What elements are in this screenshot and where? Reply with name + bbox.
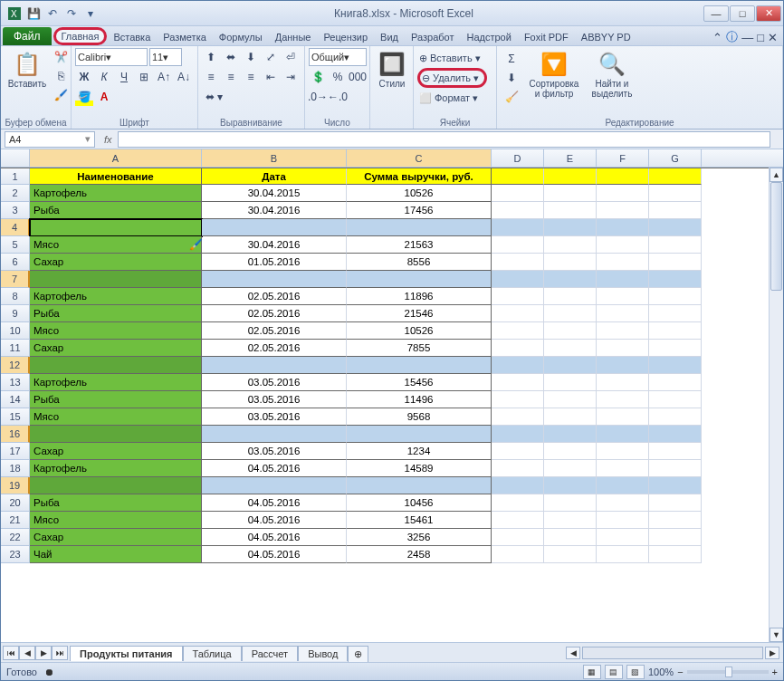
cell[interactable] — [649, 288, 702, 305]
cell[interactable] — [597, 254, 649, 271]
cell[interactable]: 04.05.2016 — [202, 546, 347, 563]
cell[interactable] — [347, 271, 492, 288]
file-tab[interactable]: Файл — [3, 27, 52, 45]
cell[interactable] — [649, 529, 702, 546]
hscroll-track[interactable] — [582, 647, 763, 659]
zoom-slider[interactable] — [687, 670, 769, 674]
font-size-select[interactable]: 11 ▾ — [149, 48, 182, 66]
currency-icon[interactable]: 💲 — [309, 68, 327, 86]
cell[interactable] — [597, 185, 649, 202]
row-header[interactable]: 5 — [1, 236, 30, 254]
cell[interactable]: 02.05.2016 — [202, 288, 347, 305]
cell[interactable] — [649, 391, 702, 408]
cell[interactable]: 03.05.2016 — [202, 391, 347, 408]
align-top-icon[interactable]: ⬆ — [202, 48, 220, 66]
cell[interactable]: 15461 — [347, 512, 492, 529]
cell[interactable]: 30.04.2016 — [202, 202, 347, 219]
cell[interactable] — [492, 460, 544, 477]
cell[interactable] — [597, 494, 649, 512]
cell[interactable]: 3256 — [347, 529, 492, 546]
tab-рецензир[interactable]: Рецензир — [317, 28, 374, 45]
cell[interactable]: 7855 — [347, 340, 492, 357]
row-header[interactable]: 6 — [1, 254, 30, 271]
cell[interactable] — [649, 546, 702, 563]
cell[interactable] — [597, 460, 649, 477]
decrease-decimal-icon[interactable]: ←.0 — [329, 88, 347, 106]
cell[interactable]: 03.05.2016 — [202, 443, 347, 460]
cell[interactable] — [649, 322, 702, 340]
column-header-D[interactable]: D — [492, 149, 544, 167]
align-center-icon[interactable]: ≡ — [222, 68, 240, 86]
cell[interactable] — [202, 357, 347, 374]
qat-more-icon[interactable]: ▾ — [82, 5, 99, 22]
column-header-F[interactable]: F — [597, 149, 649, 167]
row-header[interactable]: 8 — [1, 288, 30, 305]
cell[interactable]: Сахар — [30, 529, 202, 546]
cell[interactable]: Мясо — [30, 322, 202, 340]
cell[interactable]: Картофель — [30, 460, 202, 477]
cell[interactable] — [649, 202, 702, 219]
cell[interactable]: 9568 — [347, 408, 492, 426]
sheet-nav-last[interactable]: ⏭ — [52, 646, 68, 660]
cell[interactable] — [597, 512, 649, 529]
cell[interactable] — [30, 219, 202, 236]
percent-icon[interactable]: % — [329, 68, 347, 86]
row-header[interactable]: 4 — [1, 219, 30, 236]
tab-abbyy pd[interactable]: ABBYY PD — [575, 28, 637, 45]
sort-filter-button[interactable]: 🔽 Сортировка и фильтр — [524, 48, 584, 101]
cell[interactable] — [544, 288, 597, 305]
row-header[interactable]: 12 — [1, 357, 30, 374]
cell[interactable] — [544, 202, 597, 219]
cell[interactable]: 10526 — [347, 322, 492, 340]
fx-icon[interactable]: fx — [99, 134, 118, 145]
cell[interactable] — [544, 340, 597, 357]
minimize-button[interactable]: — — [703, 5, 729, 22]
cell[interactable] — [649, 305, 702, 322]
cell[interactable]: 17456 — [347, 202, 492, 219]
cell[interactable]: Мясо — [30, 236, 202, 254]
tab-вид[interactable]: Вид — [374, 28, 405, 45]
page-layout-view-button[interactable]: ▤ — [605, 665, 623, 679]
column-header-B[interactable]: B — [202, 149, 347, 167]
tab-формулы[interactable]: Формулы — [213, 28, 269, 45]
cell[interactable] — [544, 529, 597, 546]
cell[interactable] — [492, 340, 544, 357]
redo-icon[interactable]: ↷ — [63, 5, 80, 22]
cell[interactable] — [544, 391, 597, 408]
cell[interactable]: Дата — [202, 168, 347, 185]
cell[interactable] — [597, 271, 649, 288]
doc-close-icon[interactable]: ✕ — [768, 31, 778, 44]
cell[interactable] — [597, 305, 649, 322]
row-header[interactable]: 9 — [1, 305, 30, 322]
cell[interactable]: 30.04.2015 — [202, 185, 347, 202]
cell[interactable] — [597, 357, 649, 374]
increase-indent-icon[interactable]: ⇥ — [282, 68, 300, 86]
cell[interactable]: 01.05.2016 — [202, 254, 347, 271]
cell[interactable] — [492, 254, 544, 271]
cell[interactable] — [492, 168, 544, 185]
align-right-icon[interactable]: ≡ — [242, 68, 260, 86]
cell[interactable] — [202, 219, 347, 236]
comma-icon[interactable]: 000 — [349, 68, 367, 86]
cell[interactable]: Мясо — [30, 512, 202, 529]
close-button[interactable]: ✕ — [756, 5, 781, 22]
cell[interactable] — [597, 546, 649, 563]
cell[interactable]: 10526 — [347, 185, 492, 202]
cell[interactable] — [492, 357, 544, 374]
cell[interactable] — [492, 512, 544, 529]
cell[interactable] — [492, 477, 544, 494]
cell[interactable] — [544, 254, 597, 271]
doc-minimize-icon[interactable]: — — [741, 31, 753, 44]
zoom-out-button[interactable]: − — [677, 667, 683, 677]
row-header[interactable]: 11 — [1, 340, 30, 357]
fill-color-button[interactable]: 🪣 — [75, 88, 93, 106]
cell[interactable] — [649, 340, 702, 357]
maximize-button[interactable]: □ — [730, 5, 755, 22]
tab-главная[interactable]: Главная — [53, 27, 108, 45]
page-break-view-button[interactable]: ▧ — [626, 665, 645, 679]
cell[interactable] — [30, 477, 202, 494]
decrease-font-icon[interactable]: A↓ — [175, 68, 193, 86]
cell[interactable]: Чай — [30, 546, 202, 563]
doc-restore-icon[interactable]: □ — [757, 31, 764, 44]
cell[interactable]: Картофель — [30, 288, 202, 305]
